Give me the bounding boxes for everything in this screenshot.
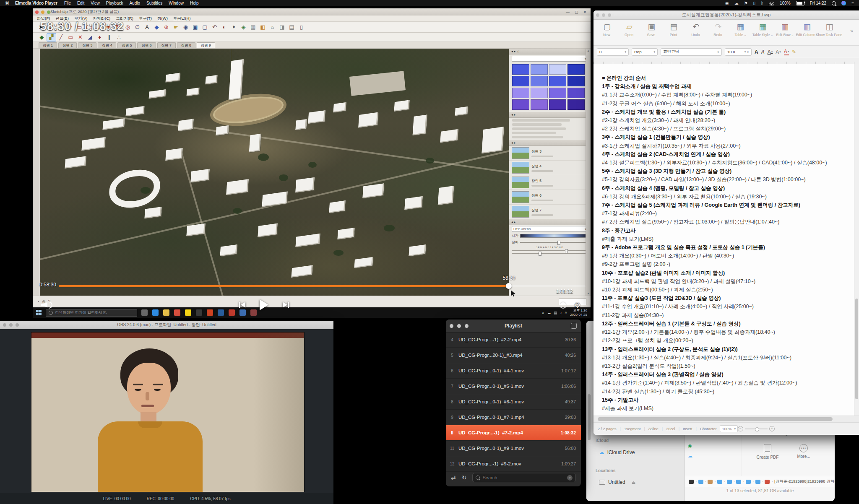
obs-titlebar[interactable]: OBS 24.0.6 (mac) - 프로파일: Untitled - 장면: … [0, 321, 333, 329]
breadcrumb-folder-icon[interactable] [698, 480, 703, 484]
webcam-preview[interactable] [31, 333, 304, 492]
font-size-stepper[interactable]: 10.0▾ ⇕ [725, 48, 752, 56]
scroll-down-icon[interactable]: ▼ [587, 292, 590, 295]
cloud-status-icon[interactable]: ☁ [734, 1, 739, 5]
hwp-toolbar-button[interactable]: ▤ Print [663, 22, 685, 37]
light-slider[interactable] [512, 250, 588, 251]
scene-tab[interactable]: 장면 1 [39, 42, 57, 48]
breadcrumb-label[interactable]: [권혁준-21925998]21925998 권혁준 최 [774, 479, 835, 484]
model-info-icon[interactable]: ▦ [248, 23, 258, 31]
scene-tab[interactable]: 장면 8 [177, 42, 195, 48]
sidebar-item-untitled[interactable]: Untitled ⏏ [599, 479, 635, 485]
hwp-titlebar[interactable]: 도시설계표현응용(2020-1)-강의리스트.hwp [593, 10, 859, 20]
previous-track-button[interactable] [239, 302, 245, 308]
tray-scrollbar[interactable]: ▲▼ [586, 49, 591, 296]
materials-tray-icon[interactable]: ◧ [258, 23, 268, 31]
hwp-toolbar-button[interactable]: ▦ Table Style⌄ [752, 22, 774, 37]
playlist-titlebar[interactable]: Playlist [446, 320, 581, 333]
playlist-row[interactable]: 11 UD_CG-Progr...0-1)_#9-1.mov 56:00 [446, 441, 581, 456]
playlist-row[interactable]: II UD_CG-Progr...-1)_#7-2.mp4 1:08:32 [446, 425, 581, 441]
menubar-item[interactable]: Audio [129, 1, 140, 5]
battery-icon[interactable] [796, 1, 804, 5]
breadcrumb-app-icon[interactable] [689, 480, 694, 484]
menubar-item[interactable]: File [64, 1, 71, 5]
scene-panel-item[interactable]: 장면 6 [509, 190, 591, 205]
tags-panel-header[interactable]: ◂ ▸ [509, 112, 591, 118]
color-swatch[interactable] [567, 88, 585, 98]
hwp-toolbar-button[interactable]: ▣ Save [640, 22, 663, 37]
scene-panel-item[interactable]: 장면 3 [509, 146, 591, 161]
section-plane-icon[interactable]: ◈ [239, 23, 248, 31]
utc-dropdown[interactable]: UTC+09:00▾ [512, 226, 588, 232]
color-swatch[interactable] [512, 76, 529, 86]
document-horizontal-scrollbar[interactable] [593, 416, 859, 422]
eject-icon[interactable]: ⏏ [632, 480, 635, 485]
more-button[interactable]: ••• More... [787, 444, 820, 459]
sandbox-from-scratch-icon[interactable]: ▞ [47, 33, 56, 42]
status-insert-mode[interactable]: Insert [683, 427, 692, 431]
scene-tab[interactable]: 장면 6 [137, 42, 156, 48]
bold-button[interactable]: A [755, 49, 758, 55]
repeat-icon[interactable]: ↻ [462, 474, 467, 481]
menubar-item[interactable]: View [91, 1, 100, 5]
color-swatch[interactable] [567, 64, 585, 75]
drape-icon[interactable]: ✕ [75, 33, 85, 42]
previous-view-icon[interactable]: ↶ [210, 23, 219, 31]
color-swatch[interactable] [512, 88, 529, 98]
playlist-row[interactable]: 7 UD_CG-Progr...0-1)_#5-1.mov 1:06:06 [446, 379, 581, 394]
hwp-toolbar-button[interactable]: ▦ Table⌄ [729, 22, 752, 37]
sketchup-menu-item[interactable]: 창(W) [157, 16, 168, 21]
maximize-icon[interactable] [47, 10, 50, 14]
color-swatch[interactable] [567, 99, 585, 110]
scene-tab[interactable]: 장면 3 [78, 42, 96, 48]
playlist-row[interactable]: 4 UD_CG-Progr...-1)_#2-2.mp4 30:36 [446, 332, 581, 348]
sketchup-menu-item[interactable]: 도움말(H) [173, 16, 191, 21]
color-swatch[interactable] [512, 99, 529, 110]
finder-sidebar-scrollbar[interactable] [588, 394, 591, 440]
color-swatch[interactable] [531, 64, 548, 75]
breadcrumb-folder-icon[interactable] [717, 480, 722, 484]
color-swatch[interactable] [531, 99, 548, 110]
hwp-toolbar-button[interactable]: ◫ Show Task Pane [818, 22, 841, 37]
minimize-icon[interactable] [41, 10, 44, 14]
zoom-extents-icon[interactable]: ▢ [200, 23, 210, 31]
time-of-day-slider[interactable] [520, 234, 588, 238]
playlist-search-input[interactable]: Search ▾ [472, 473, 576, 482]
trash-icon[interactable]: ▯ [297, 23, 306, 31]
dark-slider[interactable] [512, 253, 588, 254]
status-char-mode[interactable]: Character [700, 427, 717, 431]
zoom-dropdown[interactable]: 100%▾ [720, 425, 738, 432]
sketchup-viewport[interactable] [40, 49, 509, 296]
pan-icon[interactable]: ☛ [171, 23, 181, 31]
playlist-row[interactable]: 5 UD_CG-Progr...20-1)_#3.mp4 40:26 [446, 348, 581, 363]
text-effect-button[interactable]: A▾ [776, 49, 781, 55]
scroll-up-icon[interactable]: ▲ [587, 49, 590, 52]
stamp-icon[interactable]: ▭ [66, 33, 75, 42]
scenes-panel-header[interactable]: ◂ ▸ [509, 140, 591, 146]
hwp-toolbar-button[interactable]: ▥ Edit Row⌄ [774, 22, 796, 37]
date-slider[interactable] [520, 242, 588, 243]
menubar-clock[interactable]: Fri 14:22 [810, 1, 826, 5]
breadcrumb-file-icon[interactable] [765, 480, 770, 484]
scene-panel-item[interactable]: 장면 7 [509, 205, 591, 219]
sidebar-item-icloud-drive[interactable]: ☁ iCloud Drive [599, 449, 635, 455]
scene-panel-item[interactable]: 장면 4 [509, 161, 591, 175]
breadcrumb-folder-icon[interactable] [727, 480, 732, 484]
italic-button[interactable]: A [761, 49, 765, 55]
win-maximize-icon[interactable]: ▢ [575, 10, 578, 14]
breadcrumb-folder-icon[interactable] [736, 480, 741, 484]
breadcrumb-home-icon[interactable] [708, 480, 713, 484]
playlist-row[interactable]: 8 UD_CG-Progr...0-1)_#6-1.mov 49:37 [446, 394, 581, 410]
styles-icon[interactable]: ◨ [277, 23, 287, 31]
scene-tab[interactable]: 장면 4 [98, 42, 116, 48]
scene-tab[interactable]: 장면 7 [157, 42, 176, 48]
text-icon[interactable]: A [142, 23, 152, 31]
scene-panel-item[interactable]: 장면 5 [509, 175, 591, 190]
apple-menu-icon[interactable]: ⌘ [5, 1, 9, 5]
freehand-icon[interactable]: ❙ [104, 33, 114, 42]
hwp-toolbar-button[interactable]: ↷ Redo [707, 22, 729, 37]
menubar-item[interactable]: Edit [77, 1, 84, 5]
breadcrumb-folder-icon[interactable] [746, 480, 751, 484]
walk-tool-icon[interactable]: ∴ [114, 33, 124, 42]
offset-icon[interactable]: ◎ [123, 23, 133, 31]
